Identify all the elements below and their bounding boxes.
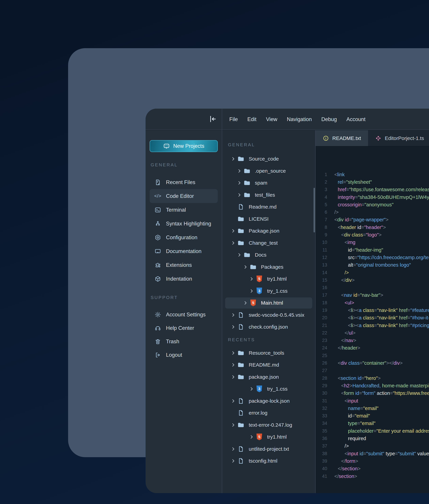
code-line-26[interactable]: 26<div class="container"></div> <box>316 359 429 367</box>
tree-item-readme.md[interactable]: README.md <box>222 359 315 371</box>
code-line-35[interactable]: 35placeholder="Enter your email address" <box>316 427 429 435</box>
code-line-18[interactable]: 18<ul> <box>316 299 429 306</box>
sidebar-item-code-editor[interactable]: </>Code Editor <box>150 189 218 203</box>
sidebar-item-syntax-highlighting[interactable]: Syntax Highlighting <box>150 217 218 231</box>
tree-item-change_test[interactable]: Change_test <box>222 237 315 249</box>
menu-item-view[interactable]: View <box>266 116 277 122</box>
sidebar-item-extensions[interactable]: Extensions <box>150 258 218 272</box>
sidebar-item-recent-files[interactable]: Recent Files <box>150 175 218 189</box>
chevron-right-icon[interactable] <box>237 193 242 197</box>
code-line-12[interactable]: 12src="https://cdn.freecodecamp.org/test… <box>316 254 429 261</box>
menu-item-navigation[interactable]: Navigation <box>287 116 312 122</box>
tree-item-tsconfig.html[interactable]: tsconfig.html <box>222 455 315 467</box>
sidebar-item-trash[interactable]: Trash <box>150 335 218 348</box>
code-line-4[interactable]: 4integrity="sha384-50oBUHEmvpQ+1lW4y57PT… <box>316 193 429 201</box>
chevron-right-icon[interactable] <box>231 399 236 403</box>
tree-item-resuorce_tools[interactable]: Resuorce_tools <box>222 347 315 359</box>
code-line-23[interactable]: 23</nav> <box>316 337 429 344</box>
chevron-right-icon[interactable] <box>231 241 236 245</box>
chevron-right-icon[interactable] <box>237 181 242 185</box>
menu-item-file[interactable]: File <box>229 116 238 122</box>
tree-item-licensi[interactable]: LICENSI <box>222 213 315 225</box>
tree-item-text-error-0.247.log[interactable]: text-error-0.247.log <box>222 419 315 431</box>
sidebar-item-indentation[interactable]: Indentation <box>150 272 218 286</box>
tree-item-package.json[interactable]: package.json <box>222 371 315 383</box>
tree-item-main.html[interactable]: 5Main.html <box>222 297 315 309</box>
chevron-right-icon[interactable] <box>243 265 248 269</box>
code-line-16[interactable]: 16 <box>316 284 429 291</box>
editor-tab-editorporject-1-ts[interactable]: EditorPorject-1.ts <box>368 130 429 146</box>
menu-item-debug[interactable]: Debug <box>322 116 337 122</box>
sidebar-item-terminal[interactable]: Terminal <box>150 203 218 217</box>
code-line-6[interactable]: 6/> <box>316 208 429 216</box>
tree-item-untlited-project.txt[interactable]: untlited-project.txt <box>222 443 315 455</box>
tree-item-packages[interactable]: Packages <box>222 261 315 273</box>
code-line-15[interactable]: 15</div> <box>316 276 429 284</box>
chevron-right-icon[interactable] <box>237 253 242 257</box>
code-line-1[interactable]: 1<link <box>316 171 429 178</box>
tree-item-package-lock.json[interactable]: package-lock.json <box>222 395 315 407</box>
tree-item-try1.html[interactable]: 5try1.html <box>222 431 315 443</box>
tree-item-docs[interactable]: Docs <box>222 249 315 261</box>
tree-item-.open_source[interactable]: .open_source <box>222 165 315 177</box>
code-line-28[interactable]: 28<section id="hero"> <box>316 374 429 382</box>
chevron-right-icon[interactable] <box>231 157 236 161</box>
chevron-right-icon[interactable] <box>231 351 236 355</box>
chevron-right-icon[interactable] <box>231 313 236 317</box>
chevron-right-icon[interactable] <box>231 447 236 451</box>
code-line-30[interactable]: 30<form id="form" action="https://www.fr… <box>316 390 429 397</box>
code-line-34[interactable]: 34type="email" <box>316 420 429 427</box>
sidebar-item-configuration[interactable]: Configuration <box>150 231 218 244</box>
code-line-39[interactable]: 39</form> <box>316 457 429 465</box>
code-line-37[interactable]: 37/> <box>316 442 429 450</box>
chevron-right-icon[interactable] <box>231 229 236 233</box>
collapse-sidebar-button[interactable] <box>208 114 217 124</box>
chevron-right-icon[interactable] <box>237 169 242 173</box>
code-line-5[interactable]: 5crossorigin="anonymous" <box>316 201 429 208</box>
sidebar-item-logout[interactable]: Logout <box>150 348 218 362</box>
code-line-33[interactable]: 33id="email" <box>316 412 429 420</box>
tree-item-package.json[interactable]: Package.json <box>222 225 315 237</box>
tree-item-check.config.json[interactable]: check.config.json <box>222 321 315 333</box>
code-line-41[interactable]: 41</section> <box>316 472 429 480</box>
tree-item-swdc-vscode-0.5.45.vsix[interactable]: swdc-vscode-0.5.45.vsix <box>222 309 315 321</box>
chevron-right-icon[interactable] <box>231 423 236 427</box>
sidebar-item-help-center[interactable]: Help Center <box>150 321 218 335</box>
code-line-31[interactable]: 31<input <box>316 397 429 405</box>
code-line-29[interactable]: 29<h2>Handcrafted, home-made masterpiece… <box>316 382 429 389</box>
sidebar-item-account-settings[interactable]: Account Settings <box>150 308 218 321</box>
code-line-7[interactable]: 7<div id="page-wrapper"> <box>316 216 429 224</box>
code-line-32[interactable]: 32name="email" <box>316 405 429 412</box>
tree-item-try_1.css[interactable]: 3try_1.css <box>222 285 315 297</box>
code-line-21[interactable]: 21<li><a class="nav-link" href="#pricing… <box>316 322 429 329</box>
menu-item-account[interactable]: Account <box>346 116 366 122</box>
code-line-40[interactable]: 40</section> <box>316 465 429 472</box>
code-line-9[interactable]: 9<div class="logo"> <box>316 231 429 239</box>
code-line-10[interactable]: 10<img <box>316 239 429 246</box>
chevron-right-icon[interactable] <box>231 363 236 367</box>
chevron-right-icon[interactable] <box>249 289 254 293</box>
code-line-19[interactable]: 19<li><a class="nav-link" href="#feature… <box>316 306 429 314</box>
code-line-13[interactable]: 13alt="original trombones logo" <box>316 261 429 269</box>
tree-item-try1.html[interactable]: 5try1.html <box>222 273 315 285</box>
tree-item-source_code[interactable]: Source_code <box>222 153 315 165</box>
code-line-38[interactable]: 38<input id="submit" type="submit" value… <box>316 450 429 457</box>
sidebar-item-documentation[interactable]: Documentation <box>150 244 218 258</box>
code-area[interactable]: 1<link2rel="stylesheet"3href="https://us… <box>316 147 429 493</box>
code-line-20[interactable]: 20<li><a class="nav-link" href="#how-it-… <box>316 314 429 322</box>
chevron-right-icon[interactable] <box>231 459 236 463</box>
tree-item-test_files[interactable]: test_files <box>222 189 315 201</box>
chevron-right-icon[interactable] <box>231 375 236 379</box>
tree-item-try_1.css[interactable]: 3try_1.css <box>222 383 315 395</box>
new-projects-button[interactable]: New Projects <box>150 140 218 152</box>
code-line-25[interactable]: 25 <box>316 352 429 359</box>
chevron-right-icon[interactable] <box>249 387 254 391</box>
chevron-right-icon[interactable] <box>249 277 254 281</box>
code-line-17[interactable]: 17<nav id="nav-bar"> <box>316 291 429 299</box>
chevron-right-icon[interactable] <box>249 435 254 439</box>
tree-item-error.log[interactable]: error.log <box>222 407 315 419</box>
tree-item-spam[interactable]: spam <box>222 177 315 189</box>
code-line-8[interactable]: 8<header id="header"> <box>316 224 429 231</box>
code-line-36[interactable]: 36required <box>316 435 429 442</box>
editor-tab-readme-txt[interactable]: README.txt <box>316 130 368 146</box>
